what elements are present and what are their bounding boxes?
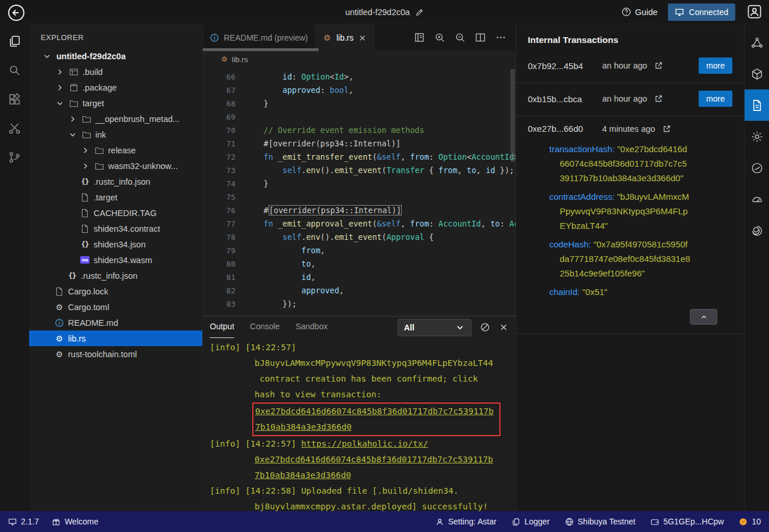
tree-item-release[interactable]: release [29,142,202,158]
question-circle-icon [621,7,631,17]
collapse-details-button[interactable] [690,309,717,325]
network-icon [565,517,574,526]
activity-settings[interactable] [745,121,769,152]
tree-item-.build[interactable]: .build [29,64,202,80]
tree-item-Cargo.lock[interactable]: Cargo.lock [29,283,202,299]
tree-item-.rustc-info.json[interactable]: {}.rustc_info.json [29,268,202,283]
transaction-hash[interactable]: 0xb15b...cbca [528,94,596,104]
code-line-77[interactable]: 77 fn _emit_approval_event(&self, from: … [203,217,516,231]
status-setting-astar[interactable]: Setting: Astar [435,517,496,526]
tab-README.md-preview-[interactable]: README.md (preview) [203,24,316,51]
zoom-in-icon[interactable] [434,32,445,43]
log-link[interactable]: 0xe27bdcd6416d66074c845b8f36d01717db7c7c… [255,455,493,464]
tree-item--openbrush-metad...[interactable]: __openbrush_metad... [29,111,202,127]
activity-openbrush[interactable] [745,152,769,184]
status-version[interactable]: 2.1.7 [8,517,39,526]
tree-item-shiden34.json[interactable]: {}shiden34.json [29,236,202,252]
external-link-icon[interactable] [654,61,663,70]
activity-contracts[interactable] [745,89,769,121]
activity-source-control[interactable] [0,143,29,172]
activity-cube[interactable] [745,58,769,89]
close-panel-icon[interactable] [499,322,509,332]
transaction-hash[interactable]: 0xe27b...66d0 [528,124,596,134]
tree-item-.package[interactable]: .package [29,80,202,95]
code-line-69[interactable]: 69 [203,110,516,124]
activity-gas-gauge[interactable] [745,184,769,215]
code-line-73[interactable]: 73 self.env().emit_event(Transfer { from… [203,164,516,177]
tree-item-rust-toolchain.toml[interactable]: ⚙rust-toolchain.toml [29,346,202,362]
more-button[interactable]: more [699,57,732,74]
activity-swirl[interactable] [745,215,769,246]
panel-layout-icon[interactable] [414,32,425,43]
status-network[interactable]: Shibuya Testnet [565,517,635,526]
zoom-out-icon[interactable] [455,32,466,43]
log-link[interactable]: 7b10ab384a3e3d366d0 [255,422,352,432]
activity-search[interactable] [0,56,29,85]
split-editor-icon[interactable] [475,32,486,43]
account-button[interactable] [746,3,763,21]
code-line-71[interactable]: 71 #[overrider(psp34::Internal)] [203,137,516,150]
log-link[interactable]: 0xe27bdcd6416d66074c845b8f36d01717db7c7c… [255,407,493,416]
status-welcome[interactable]: Welcome [52,517,98,526]
code-line-80[interactable]: 80 to, [203,257,516,271]
folder-icon [69,99,78,108]
panel-tab-output[interactable]: Output [210,317,234,338]
external-link-icon[interactable] [662,124,671,134]
output-filter-select[interactable]: All [398,319,471,336]
code-line-83[interactable]: 83 }); [203,297,516,311]
activity-explorer[interactable] [0,27,29,56]
tree-item-target[interactable]: target [29,95,202,111]
pencil-icon[interactable] [415,8,424,17]
panel-tab-console[interactable]: Console [250,317,280,338]
close-tab-icon[interactable] [358,34,367,42]
status-account-address[interactable]: 5G1GEp...HCpw [650,517,724,526]
code-text: to, [235,257,316,271]
code-line-75[interactable]: 75 [203,190,516,204]
log-link[interactable]: https://polkaholic.io/tx/ [301,439,428,448]
tree-item-shiden34.contract[interactable]: shiden34.contract [29,221,202,236]
code-text: } [235,177,269,190]
tree-item-lib.rs[interactable]: ⚙lib.rs [29,330,202,346]
more-actions-icon[interactable] [495,32,506,43]
logger-icon [512,517,520,526]
code-line-76[interactable]: 76 #[overrider(psp34::Internal)] [203,204,516,217]
log-link[interactable]: 7b10ab384a3e3d366d0 [255,470,351,480]
external-link-icon[interactable] [654,94,663,103]
tree-item-CACHEDIR.TAG[interactable]: CACHEDIR.TAG [29,205,202,221]
activity-extensions[interactable] [0,85,29,114]
code-line-79[interactable]: 79 from, [203,244,516,257]
editor-scrollbar[interactable] [510,67,516,316]
tree-item-ink[interactable]: ink [29,127,202,142]
guide-link[interactable]: Guide [621,7,658,17]
code-line-82[interactable]: 82 approved, [203,284,516,297]
connected-button[interactable]: Connected [668,3,735,21]
more-button[interactable]: more [699,91,732,107]
activity-astar[interactable] [745,27,769,58]
panel-tab-sandbox[interactable]: Sandbox [295,317,327,338]
code-line-72[interactable]: 72 fn _emit_transfer_event(&self, from: … [203,150,516,164]
code-line-67[interactable]: 67 approved: bool, [203,84,516,97]
tree-item-shiden34.wasm[interactable]: washiden34.wasm [29,252,202,268]
activity-snippets[interactable] [0,114,29,143]
tree-item-.rustc-info.json[interactable]: {}.rustc_info.json [29,174,202,189]
tree-item-Cargo.toml[interactable]: ⚙Cargo.toml [29,299,202,315]
code-line-78[interactable]: 78 self.env().emit_event(Approval { [203,231,516,244]
transaction-hash[interactable]: 0x7b92...45b4 [528,61,596,71]
code-line-68[interactable]: 68 } [203,97,516,110]
status-balance[interactable]: 10 [739,517,761,526]
code-line-66[interactable]: 66 id: Option<Id>, [203,70,516,84]
tree-item-.target[interactable]: .target [29,189,202,205]
tree-item-wasm32-unknow...[interactable]: wasm32-unknow... [29,158,202,174]
tab-lib.rs[interactable]: ⚙lib.rs [316,24,375,51]
breadcrumb[interactable]: ⚙ lib.rs [203,51,516,67]
clear-output-icon[interactable] [480,322,490,332]
code-line-81[interactable]: 81 id, [203,271,516,284]
code-line-74[interactable]: 74 } [203,177,516,190]
code-line-70[interactable]: 70 // Override event emission methods [203,124,516,137]
tab-bar-scrollbar[interactable] [203,48,319,51]
tree-item-README.md[interactable]: README.md [29,315,202,330]
tree-item-untitled-f29d2c0a[interactable]: untitled-f29d2c0a [29,48,202,64]
code-editor[interactable]: 66 id: Option<Id>,67 approved: bool,68 }… [203,67,516,316]
back-button[interactable] [6,2,26,22]
status-logger[interactable]: Logger [512,517,550,526]
